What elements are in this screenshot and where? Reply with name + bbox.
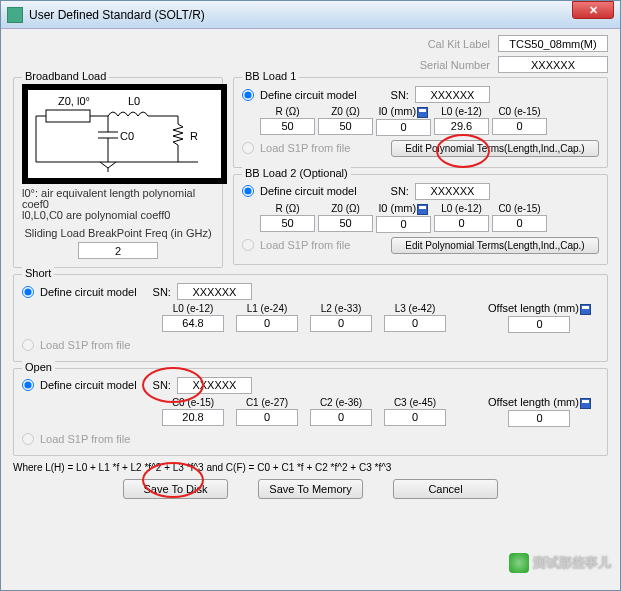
open-radio-circuit[interactable] (22, 379, 34, 391)
bb2-edit-poly-button[interactable]: Edit Polynomial Terms(Length,Ind.,Cap.) (391, 237, 599, 254)
short-radio-s1p (22, 339, 34, 351)
open-c1-input[interactable] (236, 409, 298, 426)
where-formula: Where L(H) = L0 + L1 *f + L2 *f^2 + L3 *… (13, 462, 608, 473)
diagram-l0: L0 (128, 95, 140, 107)
open-radio-s1p (22, 433, 34, 445)
bb1-sn-input[interactable] (415, 86, 490, 103)
open-sn-input[interactable] (177, 377, 252, 394)
short-sn-input[interactable] (177, 283, 252, 300)
sliding-label: Sliding Load BreakPoint Freq (in GHz) (22, 227, 214, 239)
wechat-icon (509, 553, 529, 573)
open-define-label: Define circuit model (40, 379, 137, 391)
short-l0-input[interactable] (162, 315, 224, 332)
short-group: Short Define circuit model SN: L0 (e-12)… (13, 274, 608, 362)
bb2-radio-circuit[interactable] (242, 185, 254, 197)
cancel-button[interactable]: Cancel (393, 479, 498, 499)
bb2-l0e12-input[interactable] (434, 215, 489, 232)
serial-label: Serial Number (420, 59, 490, 71)
svg-rect-0 (46, 110, 90, 122)
formula-note: l0°: air equivalent length polynomial co… (22, 188, 214, 221)
short-offset-input[interactable] (508, 316, 570, 333)
serial-input[interactable] (498, 56, 608, 73)
circuit-diagram: Z0, l0° L0 C0 (22, 84, 227, 184)
close-button[interactable]: ✕ (572, 1, 614, 19)
bb1-define-label: Define circuit model (260, 89, 357, 101)
short-l1-input[interactable] (236, 315, 298, 332)
open-group: Open Define circuit model SN: C0 (e-15) … (13, 368, 608, 456)
diagram-r: R (190, 130, 198, 142)
bb2-z0-input[interactable] (318, 215, 373, 232)
sliding-input[interactable] (78, 242, 158, 259)
bb2-l0mm-input[interactable] (376, 216, 431, 233)
calc-icon[interactable] (417, 107, 428, 118)
bb1-s1p-label: Load S1P from file (260, 142, 350, 154)
short-radio-circuit[interactable] (22, 286, 34, 298)
bb2-radio-s1p (242, 239, 254, 251)
bb2-r-input[interactable] (260, 215, 315, 232)
bb2-s1p-label: Load S1P from file (260, 239, 350, 251)
cal-kit-label: Cal Kit Label (428, 38, 490, 50)
broadband-title: Broadband Load (22, 70, 109, 82)
open-title: Open (22, 361, 55, 373)
bb2-c0e15-input[interactable] (492, 215, 547, 232)
calc-icon[interactable] (417, 204, 428, 215)
bb1-r-input[interactable] (260, 118, 315, 135)
short-define-label: Define circuit model (40, 286, 137, 298)
bb2-sn-input[interactable] (415, 183, 490, 200)
bb1-sn-label: SN: (391, 89, 409, 101)
open-c3-input[interactable] (384, 409, 446, 426)
window-title: User Defined Standard (SOLT/R) (29, 8, 614, 22)
bb-load-1-group: BB Load 1 Define circuit model SN: R (Ω)… (233, 77, 608, 168)
open-c2-input[interactable] (310, 409, 372, 426)
bb1-c0e15-input[interactable] (492, 118, 547, 135)
broadband-group: Broadband Load Z0, l0° L0 (13, 77, 223, 268)
diagram-z0: Z0, l0° (58, 95, 90, 107)
short-s1p-label: Load S1P from file (40, 339, 130, 351)
bb1-edit-poly-button[interactable]: Edit Polynomial Terms(Length,Ind.,Cap.) (391, 140, 599, 157)
content: Cal Kit Label Serial Number Broadband Lo… (1, 29, 620, 505)
diagram-c0: C0 (120, 130, 134, 142)
save-disk-button[interactable]: Save To Disk (123, 479, 228, 499)
bb-load-2-group: BB Load 2 (Optional) Define circuit mode… (233, 174, 608, 265)
watermark: 测试那些事儿 (509, 553, 611, 573)
short-title: Short (22, 267, 54, 279)
open-s1p-label: Load S1P from file (40, 433, 130, 445)
open-c0-input[interactable] (162, 409, 224, 426)
short-sn-label: SN: (153, 286, 171, 298)
titlebar[interactable]: User Defined Standard (SOLT/R) ✕ (1, 1, 620, 29)
bb2-sn-label: SN: (391, 185, 409, 197)
bb1-l0mm-input[interactable] (376, 119, 431, 136)
save-memory-button[interactable]: Save To Memory (258, 479, 363, 499)
bb1-title: BB Load 1 (242, 70, 299, 82)
bb1-radio-s1p (242, 142, 254, 154)
open-sn-label: SN: (153, 379, 171, 391)
cal-kit-input[interactable] (498, 35, 608, 52)
short-l3-input[interactable] (384, 315, 446, 332)
calc-icon[interactable] (580, 304, 591, 315)
bb1-radio-circuit[interactable] (242, 89, 254, 101)
window: User Defined Standard (SOLT/R) ✕ Cal Kit… (0, 0, 621, 591)
bb2-title: BB Load 2 (Optional) (242, 167, 351, 179)
bb1-z0-input[interactable] (318, 118, 373, 135)
app-icon (7, 7, 23, 23)
calc-icon[interactable] (580, 398, 591, 409)
bb2-define-label: Define circuit model (260, 185, 357, 197)
open-offset-input[interactable] (508, 410, 570, 427)
bb1-l0e12-input[interactable] (434, 118, 489, 135)
short-l2-input[interactable] (310, 315, 372, 332)
